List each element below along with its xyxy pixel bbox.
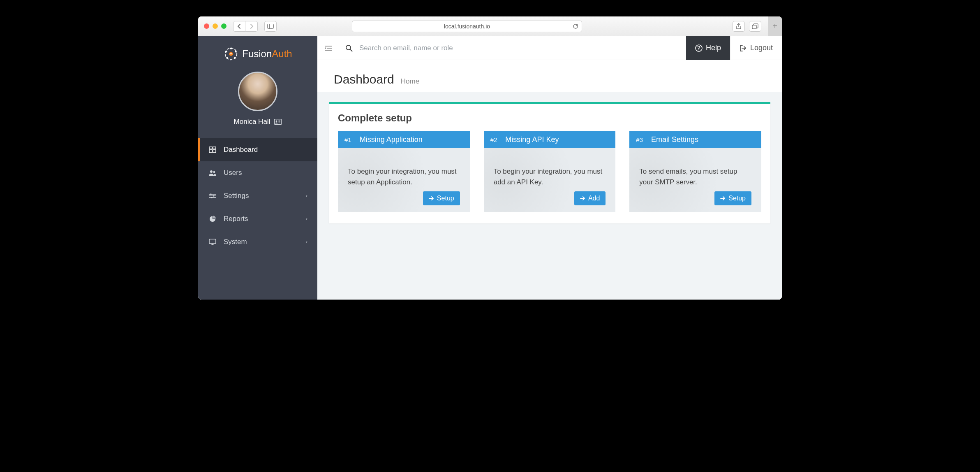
card-header: #2 Missing API Key — [484, 131, 616, 148]
share-icon — [736, 23, 742, 30]
svg-rect-20 — [213, 150, 216, 153]
setup-application-button[interactable]: Setup — [423, 191, 460, 205]
card-number: #3 — [636, 136, 643, 143]
svg-point-13 — [276, 121, 277, 122]
svg-point-27 — [213, 195, 215, 197]
button-label: Setup — [728, 195, 746, 202]
logout-button[interactable]: Logout — [730, 36, 782, 60]
card-number: #2 — [490, 136, 497, 143]
sidebar-item-system[interactable]: System ‹ — [198, 230, 317, 253]
card-title: Missing Application — [360, 135, 423, 144]
button-label: Setup — [437, 195, 454, 202]
setup-card-email: #3 Email Settings To send emails, you mu… — [629, 131, 761, 212]
back-button[interactable] — [233, 21, 245, 32]
sidebar-toggle-button[interactable] — [264, 21, 277, 32]
dashboard-icon — [208, 146, 217, 153]
help-label: Help — [706, 44, 721, 52]
sidebar-item-label: Settings — [224, 192, 249, 200]
svg-point-26 — [210, 193, 212, 195]
setup-panel: Complete setup #1 Missing Application To… — [329, 102, 770, 223]
setup-cards: #1 Missing Application To begin your int… — [338, 131, 761, 212]
sidebar-item-users[interactable]: Users — [198, 161, 317, 184]
svg-point-7 — [227, 57, 229, 59]
card-body: To begin your integration, you must setu… — [338, 148, 470, 212]
maximize-window-button[interactable] — [221, 23, 227, 29]
indent-icon — [325, 45, 332, 51]
chevron-left-icon: ‹ — [306, 193, 307, 199]
share-button[interactable] — [733, 21, 745, 32]
page-title: Dashboard — [334, 72, 394, 86]
arrow-right-icon — [580, 196, 585, 201]
card-text: To begin your integration, you must add … — [494, 166, 606, 187]
browser-right-controls: + — [733, 16, 776, 36]
add-api-key-button[interactable]: Add — [574, 191, 606, 205]
card-body: To begin your integration, you must add … — [484, 148, 616, 212]
sidebar-item-reports[interactable]: Reports ‹ — [198, 207, 317, 230]
id-card-icon[interactable] — [274, 119, 282, 125]
svg-rect-2 — [752, 25, 756, 29]
logo-text: FusionAuth — [242, 48, 292, 60]
setup-email-button[interactable]: Setup — [714, 191, 751, 205]
url-text: local.fusionauth.io — [444, 23, 490, 30]
page-header: Dashboard Home — [317, 60, 782, 92]
reload-icon — [573, 23, 578, 29]
svg-rect-19 — [209, 150, 212, 153]
logout-icon — [740, 45, 747, 51]
new-tab-button[interactable]: + — [768, 16, 782, 36]
svg-rect-29 — [209, 239, 216, 244]
brand-logo[interactable]: FusionAuth — [198, 36, 317, 69]
breadcrumb[interactable]: Home — [401, 77, 419, 86]
arrow-right-icon — [429, 196, 434, 201]
svg-point-5 — [235, 51, 237, 53]
svg-line-36 — [350, 49, 352, 51]
reports-icon — [208, 216, 217, 222]
system-icon — [208, 239, 217, 245]
setup-card-api-key: #2 Missing API Key To begin your integra… — [484, 131, 616, 212]
chevron-left-icon: ‹ — [306, 216, 307, 222]
svg-rect-17 — [209, 147, 212, 149]
card-body: To send emails, you must setup your SMTP… — [629, 148, 761, 212]
sidebar-icon — [267, 24, 274, 29]
card-title: Missing API Key — [505, 135, 559, 144]
arrow-right-icon — [720, 196, 725, 201]
sidebar-item-label: Dashboard — [224, 146, 258, 154]
tabs-button[interactable] — [749, 21, 761, 32]
sidebar-item-label: Users — [224, 169, 242, 177]
topbar: Help Logout — [317, 36, 782, 60]
panel-title: Complete setup — [338, 112, 761, 124]
setup-card-application: #1 Missing Application To begin your int… — [338, 131, 470, 212]
sidebar-item-label: Reports — [224, 215, 248, 223]
card-title: Email Settings — [651, 135, 698, 144]
svg-point-38 — [698, 49, 699, 50]
forward-button[interactable] — [245, 21, 258, 32]
content-area: Complete setup #1 Missing Application To… — [317, 92, 782, 300]
logo-icon — [223, 46, 239, 62]
minimize-window-button[interactable] — [213, 23, 218, 29]
avatar — [238, 72, 277, 111]
sidebar-item-dashboard[interactable]: Dashboard — [198, 138, 317, 161]
svg-point-4 — [230, 47, 232, 49]
app-root: FusionAuth Monica Hall Dashboard — [198, 36, 782, 300]
logout-label: Logout — [750, 44, 773, 52]
card-header: #3 Email Settings — [629, 131, 761, 148]
svg-point-11 — [231, 53, 232, 54]
card-header: #1 Missing Application — [338, 131, 470, 148]
search-input[interactable] — [359, 44, 686, 52]
window-controls — [204, 23, 227, 29]
help-button[interactable]: Help — [686, 36, 730, 60]
reload-button[interactable] — [573, 23, 578, 29]
collapse-sidebar-button[interactable] — [317, 45, 340, 51]
sidebar: FusionAuth Monica Hall Dashboard — [198, 36, 317, 300]
card-text: To send emails, you must setup your SMTP… — [639, 166, 751, 187]
close-window-button[interactable] — [204, 23, 209, 29]
chevron-right-icon — [250, 24, 254, 29]
svg-point-6 — [234, 57, 236, 59]
address-bar[interactable]: local.fusionauth.io — [352, 21, 582, 32]
search-wrap — [340, 44, 686, 52]
svg-point-8 — [226, 51, 228, 53]
tabs-icon — [752, 23, 758, 29]
svg-point-21 — [210, 170, 213, 173]
user-profile[interactable]: Monica Hall — [198, 72, 317, 126]
help-icon — [695, 44, 703, 52]
sidebar-item-settings[interactable]: Settings ‹ — [198, 184, 317, 207]
